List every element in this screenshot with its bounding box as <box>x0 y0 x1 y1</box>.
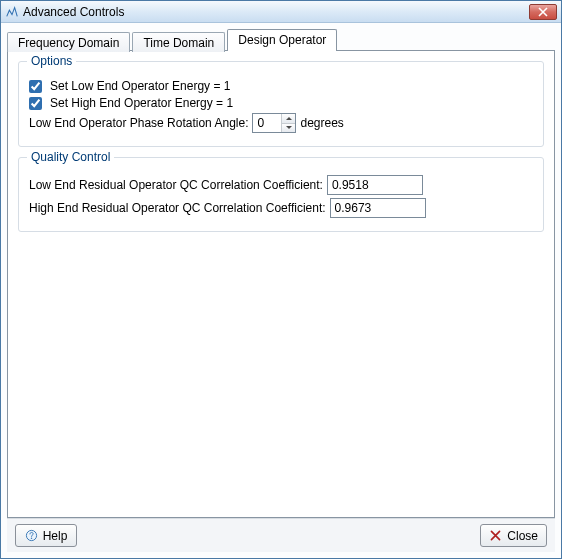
set-high-energy-checkbox[interactable] <box>29 97 42 110</box>
close-button-label: Close <box>507 529 538 543</box>
tab-time-domain[interactable]: Time Domain <box>132 32 225 52</box>
qc-low-label: Low End Residual Operator QC Correlation… <box>29 178 323 192</box>
quality-control-groupbox: Quality Control Low End Residual Operato… <box>18 157 544 232</box>
close-button[interactable]: Close <box>480 524 547 547</box>
svg-point-1 <box>30 538 31 539</box>
phase-rotation-input[interactable] <box>253 114 281 132</box>
spinner-buttons <box>281 114 295 132</box>
tab-label: Frequency Domain <box>18 36 119 50</box>
window-frame: Advanced Controls Frequency Domain Time … <box>0 0 562 559</box>
row-set-low-energy: Set Low End Operator Energy = 1 <box>29 79 533 93</box>
client-area: Frequency Domain Time Domain Design Oper… <box>1 23 561 558</box>
qc-low-input[interactable] <box>327 175 423 195</box>
tab-design-operator[interactable]: Design Operator <box>227 29 337 51</box>
qc-high-label: High End Residual Operator QC Correlatio… <box>29 201 326 215</box>
chevron-up-icon <box>286 117 292 120</box>
titlebar: Advanced Controls <box>1 1 561 23</box>
footer-bar: Help Close <box>7 518 555 552</box>
spin-up-button[interactable] <box>282 114 295 124</box>
phase-rotation-spinner[interactable] <box>252 113 296 133</box>
set-low-energy-label: Set Low End Operator Energy = 1 <box>50 79 230 93</box>
row-qc-low: Low End Residual Operator QC Correlation… <box>29 175 533 195</box>
phase-rotation-units: degrees <box>300 116 343 130</box>
row-phase-rotation: Low End Operator Phase Rotation Angle: d… <box>29 113 533 133</box>
set-high-energy-label: Set High End Operator Energy = 1 <box>50 96 233 110</box>
help-icon <box>25 529 38 542</box>
tab-label: Time Domain <box>143 36 214 50</box>
content-wrap: Frequency Domain Time Domain Design Oper… <box>7 29 555 518</box>
window-close-button[interactable] <box>529 4 557 20</box>
window-title: Advanced Controls <box>23 5 529 19</box>
row-qc-high: High End Residual Operator QC Correlatio… <box>29 198 533 218</box>
options-groupbox: Options Set Low End Operator Energy = 1 … <box>18 61 544 147</box>
close-icon <box>489 529 502 542</box>
tabstrip: Frequency Domain Time Domain Design Oper… <box>7 29 555 51</box>
tab-frequency-domain[interactable]: Frequency Domain <box>7 32 130 52</box>
tab-label: Design Operator <box>238 33 326 47</box>
help-button-label: Help <box>43 529 68 543</box>
phase-rotation-label: Low End Operator Phase Rotation Angle: <box>29 116 248 130</box>
row-set-high-energy: Set High End Operator Energy = 1 <box>29 96 533 110</box>
set-low-energy-checkbox[interactable] <box>29 80 42 93</box>
spin-down-button[interactable] <box>282 124 295 133</box>
close-icon <box>538 7 548 17</box>
qc-high-input[interactable] <box>330 198 426 218</box>
help-button[interactable]: Help <box>15 524 77 547</box>
chevron-down-icon <box>286 126 292 129</box>
app-icon <box>5 5 19 19</box>
qc-legend: Quality Control <box>27 150 114 164</box>
options-legend: Options <box>27 54 76 68</box>
tab-panel-design-operator: Options Set Low End Operator Energy = 1 … <box>7 50 555 518</box>
